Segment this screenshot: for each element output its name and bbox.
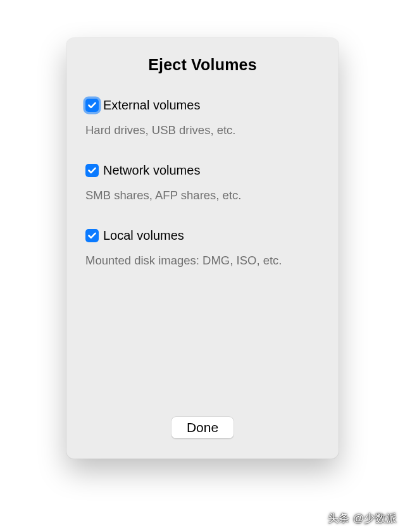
dialog-title: Eject Volumes [85, 56, 320, 74]
option-network: Network volumes SMB shares, AFP shares, … [85, 163, 320, 203]
option-external: External volumes Hard drives, USB drives… [85, 98, 320, 138]
option-label: Local volumes [103, 228, 184, 243]
eject-volumes-dialog: Eject Volumes External volumes Hard driv… [66, 38, 339, 459]
option-label: External volumes [103, 98, 200, 113]
checkmark-icon [88, 102, 96, 109]
checkbox-local[interactable] [85, 229, 99, 242]
dialog-footer: Done [85, 417, 320, 442]
option-local: Local volumes Mounted disk images: DMG, … [85, 228, 320, 268]
option-row: External volumes [85, 98, 320, 113]
option-label: Network volumes [103, 163, 200, 178]
done-button[interactable]: Done [171, 417, 234, 438]
option-description: Hard drives, USB drives, etc. [85, 123, 320, 138]
option-row: Local volumes [85, 228, 320, 243]
checkbox-network[interactable] [85, 164, 99, 177]
checkmark-icon [88, 232, 96, 239]
option-description: Mounted disk images: DMG, ISO, etc. [85, 253, 320, 268]
checkmark-icon [88, 167, 96, 174]
watermark-text: 头条 @少数派 [328, 511, 397, 526]
checkbox-external[interactable] [85, 99, 99, 112]
option-row: Network volumes [85, 163, 320, 178]
option-description: SMB shares, AFP shares, etc. [85, 188, 320, 203]
options-group: External volumes Hard drives, USB drives… [85, 98, 320, 417]
